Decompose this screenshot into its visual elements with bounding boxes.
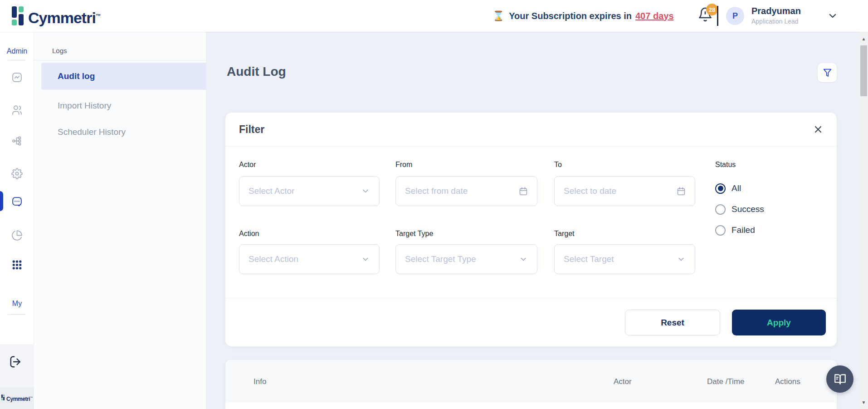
from-label: From [395,161,412,169]
sidebar-divider [8,60,26,60]
table-header-row: Info Actor Date /Time Actions [225,360,837,403]
filter-panel-title: Filter [239,123,264,136]
chevron-down-icon [677,255,686,264]
apply-button[interactable]: Apply [732,310,826,335]
column-header-datetime: Date /Time [707,377,745,386]
chevron-down-icon [361,255,370,264]
user-avatar[interactable]: P [726,7,744,25]
filter-footer-divider [225,298,837,298]
status-label: Status [715,161,736,169]
calendar-icon [519,187,528,196]
filter-panel: Filter Actor Select Actor From Select fr… [225,113,837,346]
column-header-actor: Actor [614,377,632,386]
action-select[interactable]: Select Action [239,244,380,274]
column-header-info: Info [254,377,266,386]
sidebar-footer: Cymmetri™ [0,344,34,409]
chevron-down-icon [519,255,528,264]
status-radio-all[interactable]: All [715,181,741,196]
subnav-item-label: Import History [58,101,111,111]
user-menu-chevron[interactable] [827,10,838,23]
sidebar-divider [8,314,26,315]
filter-close-button[interactable] [811,123,825,136]
app-logo-text: Cymmetri™ [28,6,101,28]
filter-toggle-button[interactable] [818,63,837,82]
hourglass-icon: ⌛ [493,10,504,21]
logout-button[interactable] [9,355,24,370]
subnav-item-label: Scheduler History [58,127,126,137]
logs-audit-icon [11,196,23,207]
radio-icon [715,204,726,215]
subscription-expiry-text: Your Subscription expires in [509,11,632,21]
apps-grid-icon [11,259,23,271]
target-type-label: Target Type [395,230,433,238]
subnav-item-label: Audit log [58,71,95,81]
subnav-item-audit-log[interactable]: Audit log [41,63,206,90]
user-role: Application Lead [751,18,801,25]
sidebar-item-reports[interactable] [9,227,25,243]
chevron-down-icon [361,187,370,196]
action-label: Action [239,230,259,238]
target-select[interactable]: Select Target [554,244,695,274]
sidebar-item-users[interactable] [9,102,25,118]
subnav-section-title: Logs [52,47,67,54]
logout-icon [9,355,23,369]
scroll-up-arrow[interactable]: ▲ [859,34,868,43]
sidebar-admin-label: Admin [0,47,34,55]
to-date-input[interactable]: Select to date [554,176,695,206]
subnav-item-import-history[interactable]: Import History [34,94,206,117]
user-name: Pradyuman [751,6,801,16]
header-divider [717,6,718,26]
column-header-actions: Actions [775,377,800,386]
scroll-down-arrow[interactable]: ▼ [859,398,868,406]
activity-chart-icon [11,72,23,83]
users-icon [11,104,23,116]
close-icon [813,124,824,135]
reset-button[interactable]: Reset [625,310,720,335]
calendar-icon [677,187,686,196]
help-docs-fab[interactable] [826,365,853,393]
main-content: Audit Log Filter Actor Select Actor From… [206,32,859,409]
subnav-divider [34,60,206,60]
radio-icon [715,183,726,194]
top-header: Cymmetri™ ⌛ Your Subscription expires in… [0,0,868,32]
pie-chart-icon [11,230,23,241]
sidebar-item-settings[interactable] [9,165,25,182]
from-date-input[interactable]: Select from date [395,176,537,206]
logs-subnav: Logs Audit log Import History Scheduler … [34,32,206,409]
sidebar-item-apps[interactable] [9,256,25,273]
filter-funnel-icon [823,68,832,78]
footer-logo-text: Cymmetri™ [6,394,33,402]
cymmetri-mini-logo-icon [1,394,5,401]
gear-icon [11,168,23,179]
sidebar-item-logs[interactable] [9,193,25,209]
scrollbar-thumb[interactable] [860,45,867,96]
app-logo: Cymmetri™ [12,6,101,28]
status-radio-failed[interactable]: Failed [715,222,755,238]
notification-count-badge: 28 [706,4,718,15]
page-scrollbar[interactable]: ▲ ▼ [859,32,868,409]
subscription-days-link[interactable]: 407 days [635,11,674,21]
sidebar-item-dashboard[interactable] [9,69,25,85]
sidebar-footer-logo: Cymmetri™ [0,387,34,409]
org-hierarchy-icon [11,135,23,147]
target-label: Target [554,230,574,238]
sidebar-my-label: My [0,300,34,308]
notifications-button[interactable]: 28 [697,7,716,25]
radio-icon [715,225,726,236]
filter-header-divider [225,146,837,147]
status-radio-success[interactable]: Success [715,202,764,217]
actor-label: Actor [239,161,256,169]
user-menu[interactable]: Pradyuman Application Lead [751,6,801,25]
audit-log-table: Info Actor Date /Time Actions [225,360,837,409]
page-title: Audit Log [227,64,286,79]
chevron-down-icon [827,10,838,21]
book-open-icon [834,373,846,385]
active-item-indicator [0,191,3,211]
subnav-item-scheduler-history[interactable]: Scheduler History [34,121,206,143]
actor-select[interactable]: Select Actor [239,176,380,206]
target-type-select[interactable]: Select Target Type [395,244,537,274]
sidebar-item-hierarchy[interactable] [9,133,25,149]
icon-sidebar: Admin [0,32,34,409]
cymmetri-logo-icon [12,6,24,26]
subscription-expiry: ⌛ Your Subscription expires in 407 days [493,0,674,32]
